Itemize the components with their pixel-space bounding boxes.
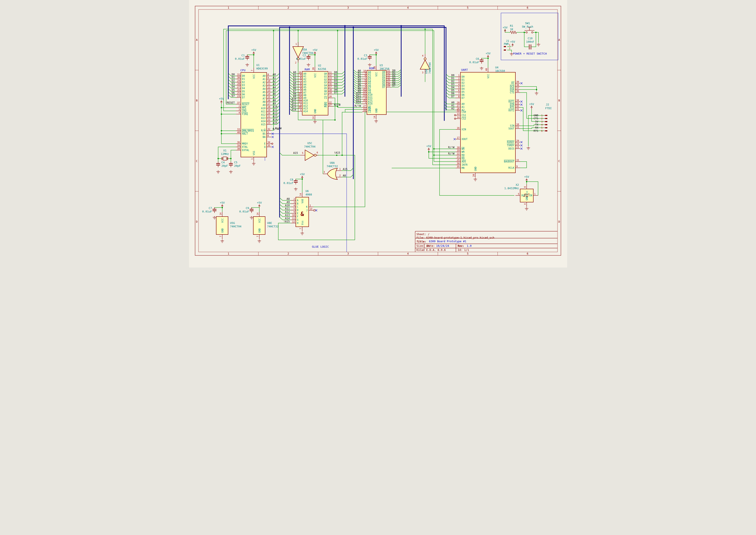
pin-number: 12 xyxy=(457,109,460,112)
net-label: A1 xyxy=(273,76,276,79)
net-label: A13 xyxy=(273,115,278,118)
inverter-u5b: 4 3 U5B 74HCT04 xyxy=(420,54,431,74)
power-label: +5V xyxy=(510,40,515,43)
pin-name: Q2 xyxy=(324,78,327,81)
j1-pin1-num: 1 xyxy=(509,43,510,46)
pin-number: 19 xyxy=(457,149,460,152)
pin-number: 16 xyxy=(329,83,332,85)
pin-name: A11 xyxy=(303,101,308,105)
net-label: A1 xyxy=(293,73,296,76)
pin-name: RD xyxy=(462,154,465,156)
pin-name: OUT1 xyxy=(508,100,514,103)
pin-number: 20 xyxy=(329,95,332,98)
pin-number: 37 xyxy=(516,87,519,89)
text-label: !A15 xyxy=(334,151,340,154)
ic-ref: U2 xyxy=(318,64,321,67)
pin-name: VCC xyxy=(487,74,490,78)
r1-ref: R1 xyxy=(510,24,513,27)
no-connect-icon xyxy=(520,101,522,103)
pin-name: ADS xyxy=(462,160,466,163)
pin-number: 7 xyxy=(256,236,259,237)
cap-value: 0.01uf xyxy=(283,182,293,185)
pin-number: 2 xyxy=(300,103,301,106)
net-label: R/!W xyxy=(448,146,455,149)
frame-col-label: 2 xyxy=(287,6,289,9)
power-label: +5V xyxy=(485,52,490,55)
pin-number: 2 xyxy=(458,77,459,80)
power-flag-5v: +5V xyxy=(219,97,224,103)
pin-number: 4 xyxy=(238,111,240,114)
pin-name: VCC xyxy=(253,74,256,79)
u8a-value: 74HCT32 xyxy=(326,165,338,168)
title-block: Sheet: / File: 6309-board-prototype-1.ki… xyxy=(415,231,557,252)
pin-name: R/W xyxy=(261,129,266,132)
ground-icon xyxy=(525,207,528,210)
frame-col-label: 6 xyxy=(526,6,528,9)
net-label: D7 xyxy=(231,95,234,98)
j2-pin-number: 1 xyxy=(541,114,542,117)
pin-name: VCC xyxy=(314,73,317,78)
svg-text:6: 6 xyxy=(317,151,318,154)
pin-name: D7 xyxy=(462,97,465,99)
pin-number: 9 xyxy=(267,76,269,79)
svg-text:5: 5 xyxy=(302,152,303,154)
j2-pin-name: GND xyxy=(533,114,538,117)
pin-number: 10 xyxy=(292,214,295,216)
power-label: +5V xyxy=(502,26,507,29)
tb-date-label: Date: xyxy=(427,244,435,247)
bus-junction-dot xyxy=(344,25,345,27)
frame-row-label: B xyxy=(196,99,198,102)
junction-dot xyxy=(221,113,222,115)
pin-number: 21 xyxy=(457,155,460,158)
junction-dot xyxy=(314,54,315,55)
power-arrow-icon xyxy=(512,44,513,46)
tb-title-label: Title: xyxy=(417,240,426,243)
pin-number: 34 xyxy=(267,141,270,143)
pin-number: 11 xyxy=(329,71,332,73)
tb-file: File: 6309-board-prototype-1.kicad_pro.k… xyxy=(417,236,494,239)
cap-value: 20pF xyxy=(221,164,228,167)
no-connect-icon xyxy=(272,146,274,148)
cap-ref: C6 xyxy=(475,57,479,60)
j1-pin2-num: 2 xyxy=(509,47,510,50)
power-flag-5v: +5V xyxy=(374,48,379,55)
pin-number: 28 xyxy=(237,82,240,85)
net-label: A7 xyxy=(273,96,276,99)
pin-number: 32 xyxy=(516,105,519,107)
pin-name: GND xyxy=(258,228,261,233)
pin-number: 23 xyxy=(267,122,270,124)
pin-name: D4 xyxy=(462,87,465,90)
net-label: A8 xyxy=(286,197,289,200)
power-flag-5v: +5V xyxy=(257,201,262,208)
c10-ref: C10 xyxy=(527,37,532,40)
text-label: A15 xyxy=(293,152,298,155)
pin-name: VCC xyxy=(221,218,224,223)
tb-sheet: Sheet: / xyxy=(417,233,429,236)
frame-col-label: 1 xyxy=(228,252,229,255)
cap-value: 0.01uF xyxy=(469,61,479,64)
pin-name: A xyxy=(297,199,298,202)
pin-name: D5 xyxy=(242,90,245,93)
cap-value: 20pF xyxy=(234,164,241,167)
pin-number: 14 xyxy=(219,212,222,215)
ic-value: 74HCT32 xyxy=(267,225,279,228)
ground-icon xyxy=(213,216,216,219)
r1-value: 1K xyxy=(510,28,513,31)
frame-col-label: 5 xyxy=(467,6,469,9)
x1-ref: X1 xyxy=(223,149,226,152)
power-label: +5V xyxy=(219,97,224,100)
power-label: +5V xyxy=(426,145,431,148)
pin-name: A1 xyxy=(303,75,306,78)
pin-name: NMI xyxy=(242,106,246,109)
pin-number: 11 xyxy=(292,217,295,220)
pin-number: 7 xyxy=(458,92,459,95)
junction-dot xyxy=(253,54,255,55)
junction-dot xyxy=(297,30,299,31)
pin-name: A15 xyxy=(261,123,266,126)
power-arrow-icon xyxy=(531,106,532,109)
pin-name: D xyxy=(297,209,298,211)
svg-text:4: 4 xyxy=(422,54,423,57)
pin-number: 11 xyxy=(267,83,270,85)
ic-value: 62256 xyxy=(318,67,326,70)
pin-number: 12 xyxy=(329,74,332,76)
